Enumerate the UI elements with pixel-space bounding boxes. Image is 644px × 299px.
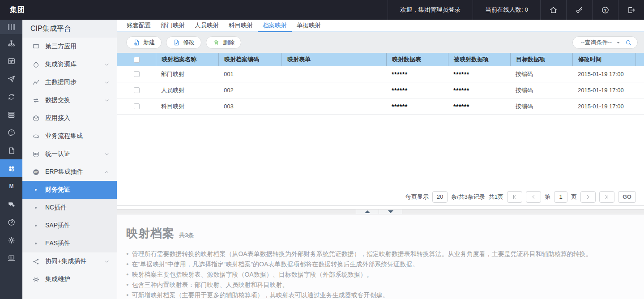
sidebar-item-integration-repo[interactable]: 集成资源库 — [22, 56, 117, 73]
rail-item-plugins[interactable] — [0, 159, 22, 177]
select-all-checkbox[interactable] — [134, 57, 140, 63]
chevron-down-icon — [104, 98, 110, 103]
row-checkbox[interactable] — [134, 87, 140, 93]
password-button[interactable] — [566, 0, 592, 20]
cell-code: 001 — [218, 71, 281, 77]
pagination: 每页显示 条/共3条记录 共1页 第 页 GO — [117, 188, 644, 206]
main-content: 账套配置部门映射人员映射科目映射档案映射单据映射 新建 修改 删除 --查询条件… — [117, 20, 644, 299]
table-row[interactable]: 部门映射001************按编码2015-01-19 17:00 — [117, 66, 644, 82]
sidebar-item-maintenance[interactable]: 集成维护 — [22, 270, 117, 288]
svg-text:?: ? — [604, 8, 606, 12]
rail-item-palette[interactable] — [0, 124, 22, 141]
search-icon[interactable] — [625, 39, 632, 47]
go-button[interactable]: GO — [618, 191, 636, 203]
bullet-icon: ● — [126, 249, 128, 259]
sidebar-item-erp-plugins[interactable]: ERPERP集成插件 — [22, 163, 117, 181]
sidebar-item-label: 集成资源库 — [45, 60, 104, 68]
tab-label: 科目映射 — [229, 21, 253, 30]
sidebar-item-unified-auth[interactable]: 统一认证 — [22, 145, 117, 163]
info-bullet-text: 可新增映射档案（主要用于更多的辅助核算项），其映射表可以通过业务生成器或客开创建… — [132, 290, 388, 299]
cell-target: 按编码 — [510, 70, 572, 78]
rail-item-settings[interactable] — [0, 231, 22, 249]
column-header: 映射数据表 — [386, 53, 448, 66]
tab-bar: 账套配置部门映射人员映射科目映射档案映射单据映射 — [117, 20, 644, 32]
online-count: 当前在线人数: 0 — [473, 0, 540, 20]
last-page-button[interactable] — [599, 191, 614, 203]
rail-item-chat[interactable] — [0, 195, 22, 213]
chevron-down-icon — [104, 62, 110, 68]
sidebar-item-nc-plugin[interactable]: NC插件 — [22, 199, 117, 217]
first-page-button[interactable] — [507, 191, 522, 203]
rail-item-terminal[interactable] — [0, 249, 22, 267]
rail-item-m[interactable]: M — [0, 177, 22, 195]
tab-document-mapping[interactable]: 单据映射 — [292, 20, 326, 31]
sidebar-item-label: ERP集成插件 — [45, 168, 104, 176]
rail-item-send[interactable] — [0, 70, 22, 88]
rail-item-docs[interactable] — [0, 141, 22, 159]
exchange-icon — [31, 97, 40, 104]
rail-item-sync[interactable] — [0, 88, 22, 106]
sidebar: CIP集成平台 第三方应用集成资源库主数据同步数据交换应用接入业务流程集成统一认… — [22, 20, 117, 299]
sidebar-item-data-exchange[interactable]: 数据交换 — [22, 91, 117, 109]
new-button[interactable]: 新建 — [126, 36, 162, 49]
sidebar-item-sap-plugin[interactable]: SAP插件 — [22, 217, 117, 235]
next-page-button[interactable] — [580, 191, 596, 203]
info-bullet: ●包含三种内置映射表：部门映射、人员映射和科目映射。 — [126, 280, 633, 290]
info-panel: 映射档案 共3条 ●管理所有需要数据转换的映射档案（从OA表单数据转换为外部财务… — [117, 214, 644, 299]
row-checkbox[interactable] — [134, 71, 140, 77]
prev-page-button[interactable] — [526, 191, 541, 203]
rail-item-stack[interactable] — [0, 106, 22, 124]
tab-subject-mapping[interactable]: 科目映射 — [224, 20, 258, 31]
rail-item-config[interactable] — [0, 52, 22, 70]
splitter-expand-button[interactable] — [356, 209, 379, 214]
repository-icon — [31, 61, 40, 68]
logout-button[interactable] — [618, 0, 644, 20]
info-bullet: ●可新增映射档案（主要用于更多的辅助核算项），其映射表可以通过业务生成器或客开创… — [126, 290, 633, 299]
sidebar-item-process-integration[interactable]: 业务流程集成 — [22, 127, 117, 145]
new-button-label: 新建 — [143, 38, 155, 47]
cell-mapped_item: ****** — [448, 104, 510, 109]
tab-label: 账套配置 — [127, 21, 151, 30]
delete-button[interactable]: 删除 — [206, 36, 241, 49]
rail-item-org[interactable] — [0, 34, 22, 52]
sidebar-item-label: 数据交换 — [45, 96, 104, 104]
cell-code: 002 — [218, 87, 281, 94]
tab-person-mapping[interactable]: 人员映射 — [190, 20, 224, 31]
home-icon — [549, 6, 558, 14]
cell-target: 按编码 — [510, 86, 572, 94]
bullet-dot-icon — [31, 225, 40, 226]
sidebar-item-collab-plugins[interactable]: 协同+集成插件 — [22, 252, 117, 270]
sidebar-item-third-party-app[interactable]: 第三方应用 — [22, 38, 117, 56]
cell-mapped_item: ****** — [448, 88, 510, 93]
rail-item-spiral[interactable] — [0, 213, 22, 231]
spiral-icon — [7, 218, 16, 226]
cell-code: 003 — [218, 103, 281, 110]
query-condition-select[interactable]: --查询条件-- — [572, 36, 638, 49]
bullet-icon: ● — [126, 269, 128, 280]
sidebar-item-eas-plugin[interactable]: EAS插件 — [22, 235, 117, 252]
splitter-bar[interactable] — [117, 209, 644, 214]
home-button[interactable] — [540, 0, 566, 20]
info-title: 映射档案 — [126, 226, 175, 241]
menu-collapse-button[interactable] — [0, 20, 22, 34]
help-button[interactable]: ? — [592, 0, 618, 20]
table-row[interactable]: 科目映射003************按编码2015-01-19 17:00 — [117, 98, 644, 115]
sidebar-item-master-data-sync[interactable]: 主数据同步 — [22, 73, 117, 91]
edit-button[interactable]: 修改 — [166, 36, 201, 49]
bullet-dot-icon — [31, 243, 40, 244]
tab-archive-mapping[interactable]: 档案映射 — [258, 20, 292, 31]
per-page-input[interactable] — [432, 191, 448, 203]
sidebar-item-app-access[interactable]: 应用接入 — [22, 109, 117, 127]
column-header: 修改时间 — [572, 53, 635, 66]
table-row[interactable]: 人员映射002************按编码2015-01-19 17:00 — [117, 82, 644, 98]
sidebar-item-finance-voucher[interactable]: 财务凭证 — [22, 181, 117, 199]
info-bullet-list: ●管理所有需要数据转换的映射档案（从OA表单数据转换为外部财务系统凭证数据），指… — [126, 249, 633, 299]
row-checkbox[interactable] — [134, 103, 140, 109]
welcome-text: 欢迎，集团管理员登录 — [388, 0, 473, 20]
sync-loop-icon — [7, 93, 16, 101]
erp-badge-icon: ERP — [31, 168, 40, 176]
tab-dept-mapping[interactable]: 部门映射 — [156, 20, 190, 31]
tab-account-config[interactable]: 账套配置 — [122, 20, 156, 31]
page-input[interactable] — [554, 191, 567, 203]
splitter-collapse-button[interactable] — [379, 209, 402, 214]
